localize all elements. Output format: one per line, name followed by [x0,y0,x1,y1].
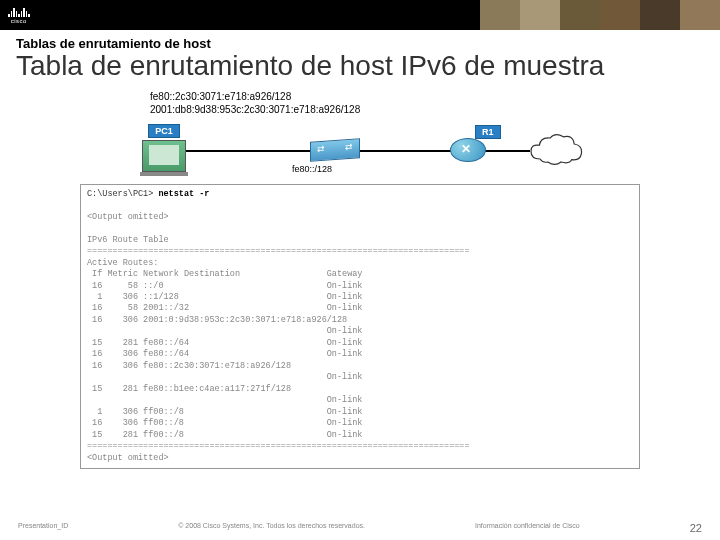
router-label: R1 [475,125,501,139]
pc-ipv6-linklocal: fe80::2c30:3071:e718:a926/128 [150,90,640,103]
cisco-bars-icon [8,7,30,17]
topology-row: PC1 fe80::/128 R1 [80,120,640,180]
pc-label: PC1 [148,124,180,138]
network-diagram: fe80::2c30:3071:e718:a926/128 2001:db8:9… [80,90,640,180]
route-row: 15 281 fe80::b1ee:c4ae:a117:271f/128 [87,384,291,394]
router-icon [450,138,486,162]
route-row: 1 306 ff00::/8 On-link [87,407,362,417]
pc-icon [142,140,186,172]
output-omitted-bottom: <Output omitted> [87,453,169,463]
route-row: 16 306 fe80::/64 On-link [87,349,362,359]
terminal-output: C:\Users\PC1> netstat -r <Output omitted… [80,184,640,469]
cisco-logo: cisco [8,7,30,24]
route-table-heading: IPv6 Route Table [87,235,169,245]
route-row: 16 306 ff00::/8 On-link [87,418,362,428]
route-row: 16 58 2001::/32 On-link [87,303,362,313]
terminal-command: netstat -r [158,189,209,199]
route-columns: If Metric Network Destination Gateway [87,269,362,279]
page-title: Tabla de enrutamiento de host IPv6 de mu… [16,51,704,82]
footer-left: Presentation_ID [18,522,68,534]
route-row: On-link [87,395,362,405]
route-row: On-link [87,372,362,382]
slide-content: Tablas de enrutamiento de host Tabla de … [0,30,720,469]
pc-base-icon [140,172,188,176]
terminal-prompt: C:\Users\PC1> [87,189,153,199]
route-row: 16 306 fe80::2c30:3071:e718:a926/128 [87,361,291,371]
people-photo-strip [480,0,720,30]
switch-icon [310,138,360,161]
header-bar: cisco [0,0,720,30]
separator-bottom: ========================================… [87,441,470,451]
active-routes-label: Active Routes: [87,258,158,268]
output-omitted-top: <Output omitted> [87,212,169,222]
route-row: 15 281 fe80::/64 On-link [87,338,362,348]
footer-center: © 2008 Cisco Systems, Inc. Todos los der… [178,522,365,534]
pc-ip-labels: fe80::2c30:3071:e718:a926/128 2001:db8:9… [150,90,640,116]
route-row: 16 306 2001:0:9d38:953c:2c30:3071:e718:a… [87,315,347,325]
cloud-icon [520,132,590,168]
route-row: 15 281 ff00::/8 On-link [87,430,362,440]
switch-net-label: fe80::/128 [290,164,334,174]
footer: Presentation_ID © 2008 Cisco Systems, In… [0,522,720,534]
route-row: 1 306 ::1/128 On-link [87,292,362,302]
route-row: 16 58 ::/0 On-link [87,281,362,291]
route-row: On-link [87,326,362,336]
page-number: 22 [690,522,702,534]
separator-top: ========================================… [87,246,470,256]
breadcrumb: Tablas de enrutamiento de host [16,36,704,51]
pc-ipv6-global: 2001:db8:9d38:953c:2c30:3071:e718:a926/1… [150,103,640,116]
brand-text: cisco [11,18,27,24]
footer-right: Información confidencial de Cisco [475,522,580,534]
pc-node: PC1 [140,120,188,176]
